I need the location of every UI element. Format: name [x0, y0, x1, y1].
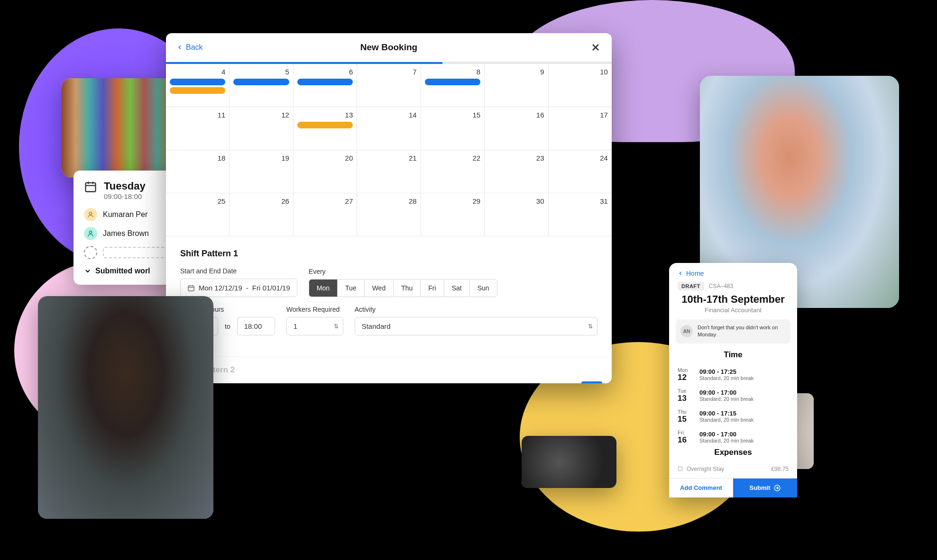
calendar-day[interactable]: 7	[357, 64, 421, 107]
date-separator: -	[246, 284, 248, 292]
time-info: 09:00 - 17:15 Standard, 20 min break	[699, 410, 753, 423]
day-number: 14	[361, 111, 416, 119]
day-pill-tue[interactable]: Tue	[338, 280, 365, 297]
worker-name: James Brown	[103, 229, 149, 238]
comment-text: Don't forget that you didn't work on Mon…	[698, 324, 786, 339]
add-comment-label: Add Comment	[680, 484, 722, 491]
time-entry[interactable]: Fri 16 09:00 - 17:00 Standard, 20 min br…	[669, 427, 797, 448]
calendar-day[interactable]: 23	[485, 150, 548, 193]
reference-id: CSA–483	[709, 283, 733, 289]
day-number: 28	[361, 197, 416, 205]
time-detail: Standard, 20 min break	[699, 396, 753, 402]
date-range-label: Start and End Date	[180, 267, 297, 275]
day-number: 9	[488, 68, 544, 76]
add-comment-button[interactable]: Add Comment	[669, 479, 733, 497]
calendar-day[interactable]: 24	[549, 150, 612, 193]
calendar-day[interactable]: 6	[294, 64, 357, 107]
calendar-day[interactable]: 25	[166, 193, 230, 236]
home-label: Home	[686, 270, 704, 277]
activity-label: Activity	[355, 306, 597, 313]
date-range-input[interactable]: Mon 12/12/19 - Fri 01/01/19	[180, 279, 297, 297]
booking-bar[interactable]	[170, 79, 225, 85]
timesheet-role: Financial Accountant	[669, 307, 797, 314]
calendar-day[interactable]: 17	[549, 107, 612, 150]
time-entry[interactable]: Mon 12 09:00 - 17:25 Standard, 20 min br…	[669, 364, 797, 385]
calendar-day[interactable]: 31	[549, 193, 612, 236]
time-day: 12	[678, 373, 694, 382]
calendar-day[interactable]: 13	[294, 107, 357, 150]
day-number: 17	[552, 111, 608, 119]
calendar-day[interactable]: 8	[421, 64, 485, 107]
close-icon[interactable]	[590, 42, 601, 53]
day-selector: MonTueWedThuFriSatSun	[309, 279, 497, 297]
timesheet-mobile-card: Home DRAFT CSA–483 10th-17th September F…	[669, 263, 797, 497]
day-title: Tuesday	[104, 180, 146, 192]
time-info: 09:00 - 17:25 Standard, 20 min break	[699, 368, 753, 381]
activity-select[interactable]	[355, 317, 597, 335]
worker-name: Kumaran Per	[103, 210, 147, 219]
booking-bar[interactable]	[425, 79, 480, 85]
calendar-day[interactable]: 29	[421, 193, 485, 236]
svg-point-2	[89, 231, 92, 234]
time-info: 09:00 - 17:00 Standard, 20 min break	[699, 431, 753, 443]
calendar-day[interactable]: 5	[230, 64, 293, 107]
avatar: AN	[680, 325, 693, 337]
calendar-day[interactable]: 18	[166, 150, 230, 193]
calendar-day[interactable]: 28	[357, 193, 421, 236]
calendar-day[interactable]: 9	[485, 64, 548, 107]
day-pill-wed[interactable]: Wed	[365, 280, 394, 297]
expense-row[interactable]: ☐ Overnight Stay £98.75	[669, 462, 797, 472]
new-booking-modal: Back New Booking 45678910111213141516171…	[166, 33, 612, 383]
booking-bar[interactable]	[233, 79, 289, 85]
photo-bike	[522, 436, 616, 488]
time-day: 13	[678, 394, 694, 403]
booking-bar[interactable]	[297, 122, 353, 128]
chevron-left-icon	[176, 44, 183, 51]
shift-title: Shift Pattern 1	[180, 249, 597, 259]
day-number: 24	[552, 154, 608, 162]
chevron-down-icon	[84, 267, 92, 275]
day-pill-mon[interactable]: Mon	[309, 280, 338, 297]
calendar-day[interactable]: 16	[485, 107, 548, 150]
day-number: 11	[170, 111, 225, 119]
calendar-day[interactable]: 27	[294, 193, 357, 236]
calendar-day[interactable]: 19	[230, 150, 293, 193]
day-pill-thu[interactable]: Thu	[394, 280, 421, 297]
day-pill-fri[interactable]: Fri	[421, 280, 444, 297]
day-number: 29	[425, 197, 480, 205]
expenses-section-title: Expenses	[669, 448, 797, 457]
time-entry[interactable]: Tue 13 09:00 - 17:00 Standard, 20 min br…	[669, 385, 797, 406]
time-detail: Standard, 20 min break	[699, 375, 753, 381]
calendar-day[interactable]: 11	[166, 107, 230, 150]
calendar-day[interactable]: 26	[230, 193, 293, 236]
to-label: to	[223, 323, 232, 330]
booking-bar[interactable]	[297, 79, 353, 85]
calendar-day[interactable]: 12	[230, 107, 293, 150]
calendar-day[interactable]: 4	[166, 64, 230, 107]
calendar-day[interactable]: 20	[294, 150, 357, 193]
hours-end-input[interactable]	[237, 317, 275, 335]
shift-pattern-2-collapsed[interactable]: Shift Pattern 2	[166, 356, 612, 383]
time-section-title: Time	[669, 350, 797, 360]
expense-value: £98.75	[771, 466, 789, 472]
calendar-day[interactable]: 22	[421, 150, 485, 193]
submit-button[interactable]: Submit	[733, 479, 797, 497]
calendar-day[interactable]: 30	[485, 193, 548, 236]
calendar-day[interactable]: 10	[549, 64, 612, 107]
calendar-day[interactable]: 21	[357, 150, 421, 193]
day-number: 26	[233, 197, 289, 205]
home-nav[interactable]: Home	[669, 263, 797, 282]
primary-action-button[interactable]	[581, 381, 602, 383]
booking-bar[interactable]	[170, 87, 225, 94]
calendar-day[interactable]: 15	[421, 107, 485, 150]
time-day-col: Tue 13	[678, 388, 694, 403]
back-button[interactable]: Back	[176, 43, 203, 52]
day-pill-sun[interactable]: Sun	[470, 280, 497, 297]
workers-required-select[interactable]	[286, 317, 343, 335]
calendar-day[interactable]: 14	[357, 107, 421, 150]
time-dow: Thu	[678, 409, 694, 415]
time-entry[interactable]: Thu 15 09:00 - 17:15 Standard, 20 min br…	[669, 406, 797, 427]
day-pill-sat[interactable]: Sat	[444, 280, 470, 297]
expense-icon: ☐	[678, 466, 683, 472]
svg-point-1	[89, 212, 92, 215]
